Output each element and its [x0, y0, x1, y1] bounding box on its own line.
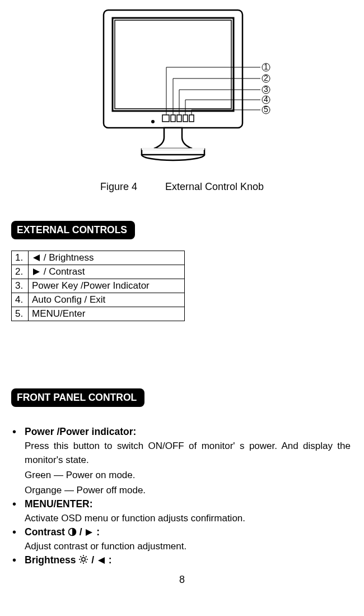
svg-marker-25	[86, 529, 92, 536]
svg-rect-3	[162, 115, 169, 122]
figure-title: External Control Knob	[165, 181, 264, 192]
triangle-right-icon	[85, 529, 94, 536]
item-body: Green — Power on mode.	[25, 468, 353, 482]
svg-marker-35	[98, 557, 105, 564]
table-row: 2. / Contrast	[12, 265, 185, 279]
item-heading: Contrast / :	[25, 526, 353, 538]
table-row: 3. Power Key /Power Indicator	[12, 279, 185, 293]
svg-marker-22	[33, 254, 40, 261]
table-row: 5. MENU/Enter	[12, 307, 185, 321]
figure-area: 1 2 3 4 5 Figure 4 External Control Knob	[11, 0, 353, 193]
section-header-external-controls: EXTERNAL CONTROLS	[11, 221, 135, 239]
item-heading: Brightness / :	[25, 554, 353, 566]
svg-rect-5	[177, 115, 181, 122]
item-body: Press this button to switch ON/OFF of mo…	[25, 439, 353, 467]
item-body: Adjust contrast or function adjustment.	[25, 539, 353, 553]
svg-text:3: 3	[264, 85, 268, 94]
row-num: 1.	[12, 251, 29, 265]
svg-rect-4	[171, 115, 175, 122]
triangle-left-icon	[97, 557, 106, 564]
svg-line-34	[86, 556, 87, 557]
external-controls-table: 1. / Brightness 2. / Contrast 3. Power K…	[11, 251, 185, 321]
row-num: 5.	[12, 307, 29, 321]
row-text: Power Key /Power Indicator	[29, 279, 185, 293]
page-number: 8	[11, 574, 353, 586]
svg-point-8	[151, 120, 155, 123]
list-item: Brightness / :	[11, 554, 353, 566]
row-text: Auto Config / Exit	[29, 293, 185, 307]
svg-line-33	[81, 562, 82, 563]
callout-numbers: 1 2 3 4 5	[262, 62, 270, 114]
section-header-front-panel: FRONT PANEL CONTROL	[11, 388, 144, 407]
item-heading: MENU/ENTER:	[25, 498, 353, 510]
table-row: 4. Auto Config / Exit	[12, 293, 185, 307]
triangle-right-icon	[32, 268, 41, 276]
list-item: MENU/ENTER: Activate OSD menu or functio…	[11, 498, 353, 525]
svg-line-32	[86, 562, 87, 563]
brightness-icon	[78, 554, 88, 564]
row-num: 3.	[12, 279, 29, 293]
figure-label: Figure 4	[100, 181, 137, 192]
row-text: / Brightness	[29, 251, 185, 265]
monitor-diagram: 1 2 3 4 5	[70, 6, 294, 174]
item-body: Organge — Power off mode.	[25, 483, 353, 497]
svg-line-31	[81, 556, 82, 557]
row-num: 4.	[12, 293, 29, 307]
svg-rect-6	[183, 115, 188, 122]
svg-text:1: 1	[264, 62, 268, 71]
row-text: MENU/Enter	[29, 307, 185, 321]
table-row: 1. / Brightness	[12, 251, 185, 265]
row-num: 2.	[12, 265, 29, 279]
svg-text:4: 4	[264, 95, 268, 104]
triangle-left-icon	[32, 254, 41, 262]
contrast-icon	[68, 527, 77, 536]
svg-marker-23	[33, 268, 40, 275]
svg-rect-7	[189, 115, 194, 122]
svg-text:5: 5	[264, 105, 268, 114]
svg-text:2: 2	[264, 73, 268, 82]
list-item: Power /Power indicator: Press this butto…	[11, 426, 353, 497]
front-panel-list: Power /Power indicator: Press this butto…	[11, 426, 353, 566]
item-body: Activate OSD menu or function adjusts co…	[25, 511, 353, 525]
svg-point-26	[82, 558, 85, 561]
row-text: / Contrast	[29, 265, 185, 279]
item-heading: Power /Power indicator:	[25, 426, 353, 438]
list-item: Contrast / : Adjust contrast or function…	[11, 526, 353, 553]
figure-caption: Figure 4 External Control Knob	[11, 181, 353, 193]
